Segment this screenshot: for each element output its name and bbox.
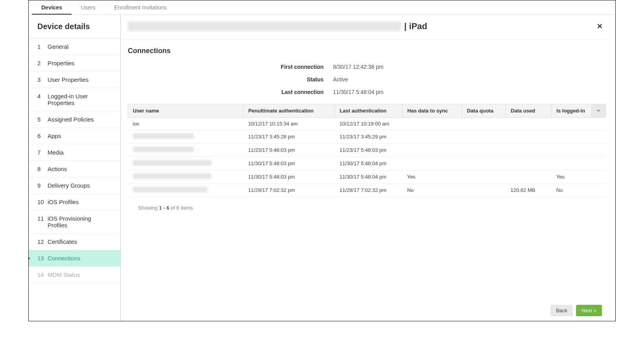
sidebar-item-general[interactable]: 1General xyxy=(29,39,120,55)
cell-user-name xyxy=(128,144,243,157)
info-row: StatusActive xyxy=(121,73,606,86)
sidebar-item-user-properties[interactable]: 3User Properties xyxy=(29,72,120,88)
sidebar-item-label: Properties xyxy=(48,60,74,66)
close-button[interactable]: ✕ xyxy=(594,20,606,32)
sidebar-item-number: 4 xyxy=(37,93,44,106)
section-title: Connections xyxy=(121,44,606,61)
info-row: First connection8/30/17 12:42:38 pm xyxy=(121,61,606,73)
col-last-auth[interactable]: Last authentication xyxy=(335,104,403,118)
sidebar-item-certificates[interactable]: 12Certificates xyxy=(29,234,120,250)
cell-user-name: ios xyxy=(128,118,243,130)
page-title: | iPad xyxy=(404,21,427,31)
sidebar-item-connections[interactable]: 13Connections xyxy=(29,250,120,267)
sidebar-item-label: iOS Provisioning Profiles xyxy=(48,215,112,229)
sidebar-item-number: 12 xyxy=(37,238,44,245)
cell-options xyxy=(591,184,605,197)
top-tabs: Devices Users Enrollment Invitations xyxy=(29,0,615,15)
redacted-user xyxy=(133,187,208,192)
sidebar-item-label: Delivery Groups xyxy=(48,182,90,189)
sidebar: Device details 1General2Properties3User … xyxy=(29,15,121,321)
table-row[interactable]: 11/30/17 5:48:03 pm11/30/17 5:48:04 pmYe… xyxy=(128,170,606,184)
sidebar-item-media[interactable]: 7Media xyxy=(29,144,120,161)
tab-users[interactable]: Users xyxy=(72,0,105,15)
redacted-user xyxy=(133,160,212,166)
sidebar-item-label: iOS Profiles xyxy=(48,199,79,205)
sidebar-item-number: 7 xyxy=(37,149,44,156)
sidebar-item-apps[interactable]: 6Apps xyxy=(29,128,120,144)
cell-sync xyxy=(403,118,462,130)
sidebar-item-logged-in-user-properties[interactable]: 4Logged-in User Properties xyxy=(29,88,120,111)
sidebar-title: Device details xyxy=(29,15,120,39)
sidebar-item-delivery-groups[interactable]: 9Delivery Groups xyxy=(29,177,120,194)
cell-logged: Yes xyxy=(552,170,591,184)
sidebar-item-properties[interactable]: 2Properties xyxy=(29,55,120,72)
col-data-quota[interactable]: Data quota xyxy=(462,104,506,118)
info-value: Active xyxy=(333,76,348,83)
cell-penult: 11/23/17 5:48:03 pm xyxy=(243,144,335,157)
sidebar-item-number: 9 xyxy=(37,182,44,189)
table-row[interactable]: ios10/12/17 10:15:34 am10/12/17 10:19:00… xyxy=(128,118,606,130)
col-is-logged-in[interactable]: Is logged-in xyxy=(552,104,591,118)
cell-penult: 11/30/17 5:48:03 pm xyxy=(243,157,335,170)
cell-logged xyxy=(552,130,591,144)
cell-options xyxy=(591,144,605,157)
tab-enrollment-invitations[interactable]: Enrollment Invitations xyxy=(105,0,177,15)
col-penultimate-auth[interactable]: Penultimate authentication xyxy=(243,104,335,118)
tab-devices[interactable]: Devices xyxy=(32,0,72,15)
col-options-dropdown[interactable] xyxy=(591,104,605,118)
cell-penult: 10/12/17 10:15:34 am xyxy=(243,118,335,130)
cell-logged xyxy=(552,157,591,170)
cell-logged: No xyxy=(552,184,591,197)
cell-sync: No xyxy=(403,184,462,197)
cell-quota xyxy=(462,130,506,144)
sidebar-item-number: 14 xyxy=(37,271,44,278)
cell-last: 11/29/17 7:02:32 pm xyxy=(335,184,403,197)
sidebar-item-ios-profiles[interactable]: 10iOS Profiles xyxy=(29,194,120,210)
cell-used xyxy=(506,118,552,130)
cell-sync: Yes xyxy=(403,170,462,184)
redacted-user xyxy=(133,147,194,152)
cell-options xyxy=(591,130,605,144)
cell-used xyxy=(506,170,552,184)
cell-last: 11/30/17 5:48:04 pm xyxy=(335,157,403,170)
cell-last: 11/23/17 5:48:03 pm xyxy=(335,144,403,157)
sidebar-item-label: Actions xyxy=(48,166,67,172)
cell-options xyxy=(591,157,605,170)
cell-used xyxy=(506,157,552,170)
device-id-redacted xyxy=(128,22,401,31)
sidebar-item-label: Logged-in User Properties xyxy=(48,93,112,106)
sidebar-item-assigned-policies[interactable]: 5Assigned Policies xyxy=(29,111,120,128)
sidebar-item-number: 11 xyxy=(37,215,44,229)
sidebar-item-label: MDM Status xyxy=(48,271,80,278)
cell-last: 10/12/17 10:19:00 am xyxy=(335,118,403,130)
cell-last: 11/23/17 3:45:29 pm xyxy=(335,130,403,144)
table-row[interactable]: 11/23/17 3:45:28 pm11/23/17 3:45:29 pm xyxy=(128,130,606,144)
table-row[interactable]: 11/29/17 7:02:32 pm11/29/17 7:02:32 pmNo… xyxy=(128,184,606,197)
sidebar-item-number: 8 xyxy=(37,166,44,172)
sidebar-item-label: Media xyxy=(48,149,64,156)
close-icon: ✕ xyxy=(597,22,603,30)
col-user-name[interactable]: User name xyxy=(128,104,243,118)
info-label: Last connection xyxy=(121,89,333,95)
cell-logged xyxy=(552,144,591,157)
main-panel: | iPad ✕ Connections First connection8/3… xyxy=(121,15,615,321)
table-row[interactable]: 11/30/17 5:48:03 pm11/30/17 5:48:04 pm xyxy=(128,157,606,170)
sidebar-item-ios-provisioning-profiles[interactable]: 11iOS Provisioning Profiles xyxy=(29,210,120,234)
sidebar-item-label: User Properties xyxy=(48,76,88,83)
sidebar-item-mdm-status[interactable]: 14MDM Status xyxy=(29,267,120,283)
cell-sync xyxy=(403,144,462,157)
pager-text: Showing 1 - 6 of 6 items xyxy=(121,197,606,211)
cell-used xyxy=(506,144,552,157)
sidebar-item-number: 3 xyxy=(37,76,44,83)
col-data-used[interactable]: Data used xyxy=(506,104,552,118)
table-row[interactable]: 11/23/17 5:48:03 pm11/23/17 5:48:03 pm xyxy=(128,144,606,157)
next-button[interactable]: Next > xyxy=(576,305,602,316)
cell-last: 11/30/17 5:48:04 pm xyxy=(335,170,403,184)
back-button[interactable]: Back xyxy=(550,305,573,316)
sidebar-item-actions[interactable]: 8Actions xyxy=(29,161,120,177)
cell-used: 120.82 MB xyxy=(506,184,552,197)
info-label: Status xyxy=(121,76,333,83)
chevron-down-icon xyxy=(596,108,600,112)
col-has-data-to-sync[interactable]: Has data to sync xyxy=(403,104,462,118)
cell-user-name xyxy=(128,170,243,184)
